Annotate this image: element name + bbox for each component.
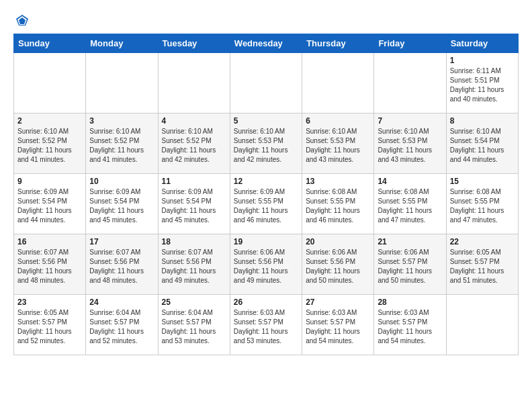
day-cell — [86, 53, 158, 113]
day-cell: 23Sunrise: 6:05 AM Sunset: 5:57 PM Dayli… — [14, 295, 86, 355]
day-cell: 13Sunrise: 6:08 AM Sunset: 5:55 PM Dayli… — [302, 174, 374, 234]
header — [13, 11, 519, 28]
day-info: Sunrise: 6:05 AM Sunset: 5:57 PM Dayligh… — [450, 248, 515, 285]
day-cell — [230, 53, 302, 113]
day-cell: 17Sunrise: 6:07 AM Sunset: 5:56 PM Dayli… — [86, 234, 158, 295]
day-number: 26 — [234, 298, 298, 307]
day-number: 12 — [234, 177, 298, 186]
day-cell — [158, 53, 230, 113]
day-number: 24 — [89, 298, 154, 307]
day-cell: 12Sunrise: 6:09 AM Sunset: 5:55 PM Dayli… — [230, 174, 302, 234]
day-number: 5 — [234, 116, 298, 126]
day-number: 20 — [306, 237, 370, 246]
weekday-header-row: SundayMondayTuesdayWednesdayThursdayFrid… — [14, 34, 519, 53]
day-number: 4 — [162, 116, 226, 126]
day-cell: 19Sunrise: 6:06 AM Sunset: 5:56 PM Dayli… — [230, 234, 302, 295]
day-number: 27 — [306, 298, 370, 307]
day-cell: 8Sunrise: 6:10 AM Sunset: 5:54 PM Daylig… — [446, 113, 518, 174]
day-info: Sunrise: 6:03 AM Sunset: 5:57 PM Dayligh… — [378, 308, 442, 346]
day-info: Sunrise: 6:06 AM Sunset: 5:56 PM Dayligh… — [306, 248, 370, 285]
day-cell: 4Sunrise: 6:10 AM Sunset: 5:52 PM Daylig… — [158, 113, 230, 174]
day-info: Sunrise: 6:04 AM Sunset: 5:57 PM Dayligh… — [89, 308, 154, 346]
day-cell: 22Sunrise: 6:05 AM Sunset: 5:57 PM Dayli… — [446, 234, 518, 295]
day-number: 2 — [17, 116, 82, 126]
day-cell: 24Sunrise: 6:04 AM Sunset: 5:57 PM Dayli… — [86, 295, 158, 355]
day-cell: 18Sunrise: 6:07 AM Sunset: 5:56 PM Dayli… — [158, 234, 230, 295]
weekday-header-monday: Monday — [86, 34, 158, 53]
day-number: 17 — [89, 237, 154, 246]
calendar-table: SundayMondayTuesdayWednesdayThursdayFrid… — [13, 34, 519, 355]
day-number: 18 — [162, 237, 226, 246]
day-cell: 25Sunrise: 6:04 AM Sunset: 5:57 PM Dayli… — [158, 295, 230, 355]
day-info: Sunrise: 6:09 AM Sunset: 5:55 PM Dayligh… — [234, 187, 298, 225]
day-cell: 2Sunrise: 6:10 AM Sunset: 5:52 PM Daylig… — [14, 113, 86, 174]
day-info: Sunrise: 6:09 AM Sunset: 5:54 PM Dayligh… — [162, 187, 226, 225]
day-number: 11 — [162, 177, 226, 186]
day-cell — [302, 53, 374, 113]
day-number: 10 — [89, 177, 154, 186]
day-info: Sunrise: 6:10 AM Sunset: 5:52 PM Dayligh… — [17, 127, 82, 165]
day-info: Sunrise: 6:10 AM Sunset: 5:53 PM Dayligh… — [234, 127, 298, 165]
day-info: Sunrise: 6:07 AM Sunset: 5:56 PM Dayligh… — [17, 248, 82, 285]
day-number: 21 — [378, 237, 442, 246]
weekday-header-friday: Friday — [374, 34, 446, 53]
day-info: Sunrise: 6:08 AM Sunset: 5:55 PM Dayligh… — [306, 187, 370, 225]
logo — [13, 13, 30, 28]
day-info: Sunrise: 6:07 AM Sunset: 5:56 PM Dayligh… — [162, 248, 226, 285]
weekday-header-sunday: Sunday — [14, 34, 86, 53]
day-info: Sunrise: 6:10 AM Sunset: 5:52 PM Dayligh… — [89, 127, 154, 165]
day-cell: 1Sunrise: 6:11 AM Sunset: 5:51 PM Daylig… — [446, 53, 518, 113]
day-info: Sunrise: 6:03 AM Sunset: 5:57 PM Dayligh… — [234, 308, 298, 346]
day-info: Sunrise: 6:10 AM Sunset: 5:53 PM Dayligh… — [306, 127, 370, 165]
day-cell: 21Sunrise: 6:06 AM Sunset: 5:57 PM Dayli… — [374, 234, 446, 295]
day-cell: 27Sunrise: 6:03 AM Sunset: 5:57 PM Dayli… — [302, 295, 374, 355]
day-info: Sunrise: 6:08 AM Sunset: 5:55 PM Dayligh… — [378, 187, 442, 225]
week-row-0: 1Sunrise: 6:11 AM Sunset: 5:51 PM Daylig… — [14, 53, 519, 113]
week-row-3: 16Sunrise: 6:07 AM Sunset: 5:56 PM Dayli… — [14, 234, 519, 295]
weekday-header-wednesday: Wednesday — [230, 34, 302, 53]
day-number: 28 — [378, 298, 442, 307]
weekday-header-thursday: Thursday — [302, 34, 374, 53]
day-cell: 3Sunrise: 6:10 AM Sunset: 5:52 PM Daylig… — [86, 113, 158, 174]
day-number: 6 — [306, 116, 370, 126]
day-number: 15 — [450, 177, 515, 186]
day-number: 19 — [234, 237, 298, 246]
weekday-header-saturday: Saturday — [446, 34, 518, 53]
day-info: Sunrise: 6:06 AM Sunset: 5:56 PM Dayligh… — [234, 248, 298, 285]
week-row-2: 9Sunrise: 6:09 AM Sunset: 5:54 PM Daylig… — [14, 174, 519, 234]
day-cell: 20Sunrise: 6:06 AM Sunset: 5:56 PM Dayli… — [302, 234, 374, 295]
day-number: 9 — [17, 177, 82, 186]
day-cell: 6Sunrise: 6:10 AM Sunset: 5:53 PM Daylig… — [302, 113, 374, 174]
day-cell: 11Sunrise: 6:09 AM Sunset: 5:54 PM Dayli… — [158, 174, 230, 234]
day-info: Sunrise: 6:10 AM Sunset: 5:52 PM Dayligh… — [162, 127, 226, 165]
day-info: Sunrise: 6:09 AM Sunset: 5:54 PM Dayligh… — [89, 187, 154, 225]
day-cell: 14Sunrise: 6:08 AM Sunset: 5:55 PM Dayli… — [374, 174, 446, 234]
day-cell: 26Sunrise: 6:03 AM Sunset: 5:57 PM Dayli… — [230, 295, 302, 355]
day-number: 13 — [306, 177, 370, 186]
day-cell: 5Sunrise: 6:10 AM Sunset: 5:53 PM Daylig… — [230, 113, 302, 174]
day-number: 7 — [378, 116, 442, 126]
day-cell: 10Sunrise: 6:09 AM Sunset: 5:54 PM Dayli… — [86, 174, 158, 234]
day-number: 25 — [162, 298, 226, 307]
week-row-1: 2Sunrise: 6:10 AM Sunset: 5:52 PM Daylig… — [14, 113, 519, 174]
day-cell: 7Sunrise: 6:10 AM Sunset: 5:53 PM Daylig… — [374, 113, 446, 174]
day-info: Sunrise: 6:11 AM Sunset: 5:51 PM Dayligh… — [450, 66, 515, 104]
page: SundayMondayTuesdayWednesdayThursdayFrid… — [0, 0, 532, 366]
day-cell: 28Sunrise: 6:03 AM Sunset: 5:57 PM Dayli… — [374, 295, 446, 355]
day-cell: 15Sunrise: 6:08 AM Sunset: 5:55 PM Dayli… — [446, 174, 518, 234]
day-cell: 9Sunrise: 6:09 AM Sunset: 5:54 PM Daylig… — [14, 174, 86, 234]
day-info: Sunrise: 6:05 AM Sunset: 5:57 PM Dayligh… — [17, 308, 82, 346]
logo-icon — [15, 13, 30, 28]
day-cell — [374, 53, 446, 113]
day-cell — [446, 295, 518, 355]
day-cell — [14, 53, 86, 113]
day-number: 14 — [378, 177, 442, 186]
day-info: Sunrise: 6:10 AM Sunset: 5:53 PM Dayligh… — [378, 127, 442, 165]
day-info: Sunrise: 6:03 AM Sunset: 5:57 PM Dayligh… — [306, 308, 370, 346]
day-cell: 16Sunrise: 6:07 AM Sunset: 5:56 PM Dayli… — [14, 234, 86, 295]
day-info: Sunrise: 6:10 AM Sunset: 5:54 PM Dayligh… — [450, 127, 515, 165]
weekday-header-tuesday: Tuesday — [158, 34, 230, 53]
logo-area — [13, 13, 30, 28]
day-number: 23 — [17, 298, 82, 307]
day-info: Sunrise: 6:04 AM Sunset: 5:57 PM Dayligh… — [162, 308, 226, 346]
